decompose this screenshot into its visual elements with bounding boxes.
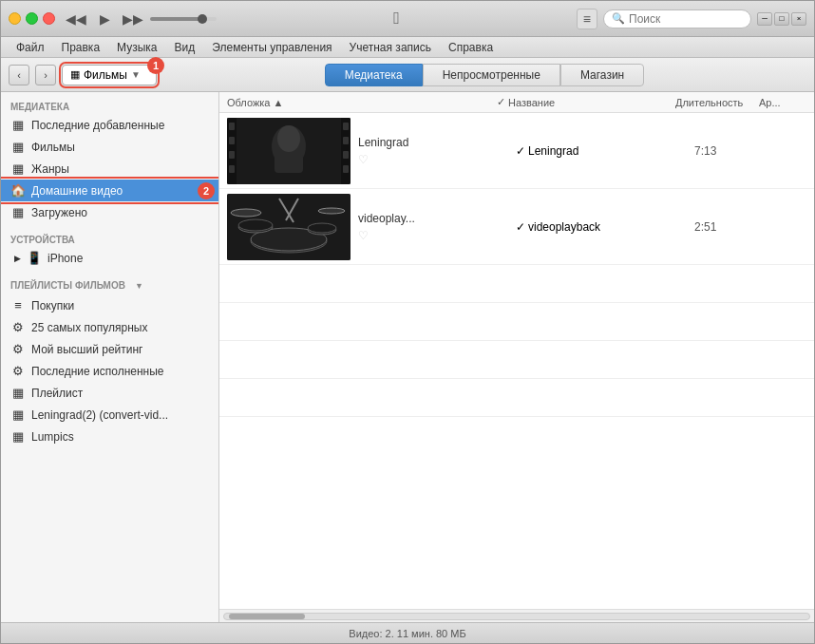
sidebar-section-playlists[interactable]: Плейлисты фильмов ▼ xyxy=(1,276,218,294)
heart-icon-drum[interactable]: ♡ xyxy=(358,229,508,242)
arrow-icon: ▶ xyxy=(14,254,21,263)
library-dropdown-label: Фильмы xyxy=(84,68,127,82)
column-headers: Обложка ▲ ✓ Название Длительность Ар... xyxy=(219,92,814,113)
video-duration-leningrad: 7:13 xyxy=(694,144,751,158)
svg-rect-10 xyxy=(343,165,349,173)
sidebar-item-label-genres: Жанры xyxy=(31,162,69,176)
rewind-button[interactable]: ◀◀ xyxy=(65,10,87,28)
menu-account[interactable]: Учетная запись xyxy=(342,39,439,56)
drum-visual xyxy=(227,194,351,260)
menu-view[interactable]: Вид xyxy=(167,39,203,56)
sidebar-item-recent-played[interactable]: ⚙ Последние исполненные xyxy=(1,360,218,382)
heart-icon-leningrad[interactable]: ♡ xyxy=(358,153,508,166)
col-cover-label: Обложка ▲ xyxy=(227,97,283,108)
svg-rect-5 xyxy=(229,151,235,159)
chevron-down-icon: ▼ xyxy=(131,69,141,80)
tab-store[interactable]: Магазин xyxy=(560,64,644,86)
list-view-btn[interactable]: ≡ xyxy=(577,9,597,29)
playlists-chevron: ▼ xyxy=(135,281,143,291)
status-text: Видео: 2. 11 мин. 80 МБ xyxy=(349,628,465,639)
svg-rect-13 xyxy=(275,154,303,173)
svg-rect-4 xyxy=(229,137,235,144)
forward-button[interactable]: › xyxy=(35,65,56,85)
sidebar-item-label-leningrad2: Leningrad(2) (convert-vid... xyxy=(31,408,168,422)
col-duration-header[interactable]: Длительность xyxy=(675,97,751,108)
svg-rect-3 xyxy=(229,123,235,130)
horizontal-scrollbar[interactable] xyxy=(219,609,814,622)
toprated-icon: ⚙ xyxy=(10,342,26,356)
homevideo-icon: 🏠 xyxy=(10,183,26,198)
menu-edit[interactable]: Правка xyxy=(54,39,108,56)
films-icon: ▦ xyxy=(10,140,26,154)
lumpics-icon: ▦ xyxy=(10,429,26,444)
sidebar-item-top25[interactable]: ⚙ 25 самых популярных xyxy=(1,316,218,338)
sidebar-item-label-playlist: Плейлист xyxy=(31,387,83,400)
table-row-empty-2 xyxy=(219,303,814,341)
forward-button[interactable]: ▶▶ xyxy=(122,10,144,28)
sidebar: Медиатека ▦ Последние добавленные ▦ Филь… xyxy=(1,92,219,622)
menu-file[interactable]: Файл xyxy=(9,39,52,56)
search-bar: 🔍 xyxy=(603,9,751,28)
drum-artwork xyxy=(227,194,351,260)
menu-help[interactable]: Справка xyxy=(441,39,501,56)
statusbar: Видео: 2. 11 мин. 80 МБ xyxy=(1,622,814,643)
sidebar-item-leningrad2[interactable]: ▦ Leningrad(2) (convert-vid... xyxy=(1,404,218,426)
menu-controls[interactable]: Элементы управления xyxy=(204,39,339,56)
video-check-name-drum: videoplayback xyxy=(528,220,600,234)
sidebar-item-homevideo[interactable]: 🏠 Домашние видео 2 xyxy=(1,180,218,201)
sidebar-item-label-lumpics: Lumpics xyxy=(31,430,74,444)
menu-music[interactable]: Музыка xyxy=(109,39,164,56)
col-artist-header[interactable]: Ар... xyxy=(759,97,806,108)
win-close-ctrl[interactable]: × xyxy=(791,12,806,26)
back-button[interactable]: ‹ xyxy=(9,65,29,85)
sidebar-item-playlist[interactable]: ▦ Плейлист xyxy=(1,382,218,404)
svg-rect-8 xyxy=(343,137,349,144)
col-title-label: Название xyxy=(508,97,555,108)
recent-icon: ▦ xyxy=(10,118,26,132)
col-title-header[interactable]: ✓ Название xyxy=(497,96,668,108)
svg-rect-6 xyxy=(229,165,235,173)
col-artist-label: Ар... xyxy=(759,97,781,108)
search-input[interactable] xyxy=(629,12,743,26)
sidebar-item-films[interactable]: ▦ Фильмы xyxy=(1,136,218,158)
table-row[interactable]: Leningrad ♡ ✓ Leningrad 7:13 xyxy=(219,113,814,189)
svg-rect-9 xyxy=(343,151,349,159)
sidebar-item-purchases[interactable]: ≡ Покупки xyxy=(1,294,218,316)
tab-area: Медиатека Непросмотренные Магазин xyxy=(162,64,806,86)
badge-2: 2 xyxy=(198,182,215,199)
library-dropdown[interactable]: ▦ Фильмы ▼ xyxy=(62,65,157,85)
sidebar-item-downloaded[interactable]: ▦ Загружено xyxy=(1,201,218,223)
win-restore-ctrl[interactable]: □ xyxy=(774,12,789,26)
sidebar-item-recent[interactable]: ▦ Последние добавленные xyxy=(1,114,218,136)
minimize-button[interactable] xyxy=(9,12,21,25)
sidebar-item-toprated[interactable]: ⚙ Мой высший рейтинг xyxy=(1,338,218,360)
titlebar: ◀◀ ▶ ▶▶  ≡ 🔍 ─ □ × xyxy=(1,1,814,37)
sidebar-item-label-recentplayed: Последние исполненные xyxy=(31,365,164,378)
col-cover[interactable]: Обложка ▲ xyxy=(227,97,370,108)
sidebar-item-iphone[interactable]: ▶ 📱 iPhone xyxy=(1,247,218,269)
playlists-label: Плейлисты фильмов xyxy=(10,280,125,291)
close-button[interactable] xyxy=(43,12,55,25)
tab-library[interactable]: Медиатека xyxy=(325,64,423,86)
maximize-button[interactable] xyxy=(26,12,38,25)
tabbar: Медиатека Непросмотренные Магазин xyxy=(325,64,644,86)
sidebar-item-label-downloaded: Загружено xyxy=(31,206,87,219)
volume-slider[interactable] xyxy=(150,17,217,21)
video-thumbnail-leningrad xyxy=(227,118,351,184)
leningrad2-icon: ▦ xyxy=(10,407,26,422)
menubar: Файл Правка Музыка Вид Элементы управлен… xyxy=(1,37,814,58)
film-visual xyxy=(227,118,351,184)
table-row-empty-4 xyxy=(219,379,814,417)
win-minimize-ctrl[interactable]: ─ xyxy=(757,12,772,26)
video-list: Leningrad ♡ ✓ Leningrad 7:13 xyxy=(219,113,814,609)
play-button[interactable]: ▶ xyxy=(93,10,116,28)
video-info-leningrad: Leningrad ♡ xyxy=(358,136,508,166)
recentplayed-icon: ⚙ xyxy=(10,364,26,378)
sidebar-section-devices: Устройства xyxy=(1,231,218,247)
tab-unseen[interactable]: Непросмотренные xyxy=(423,64,560,86)
table-row[interactable]: videoplay... ♡ ✓ videoplayback 2:51 xyxy=(219,189,814,265)
downloaded-icon: ▦ xyxy=(10,205,26,219)
sidebar-item-lumpics[interactable]: ▦ Lumpics xyxy=(1,426,218,447)
sidebar-item-genres[interactable]: ▦ Жанры xyxy=(1,158,218,180)
svg-point-20 xyxy=(308,223,336,233)
